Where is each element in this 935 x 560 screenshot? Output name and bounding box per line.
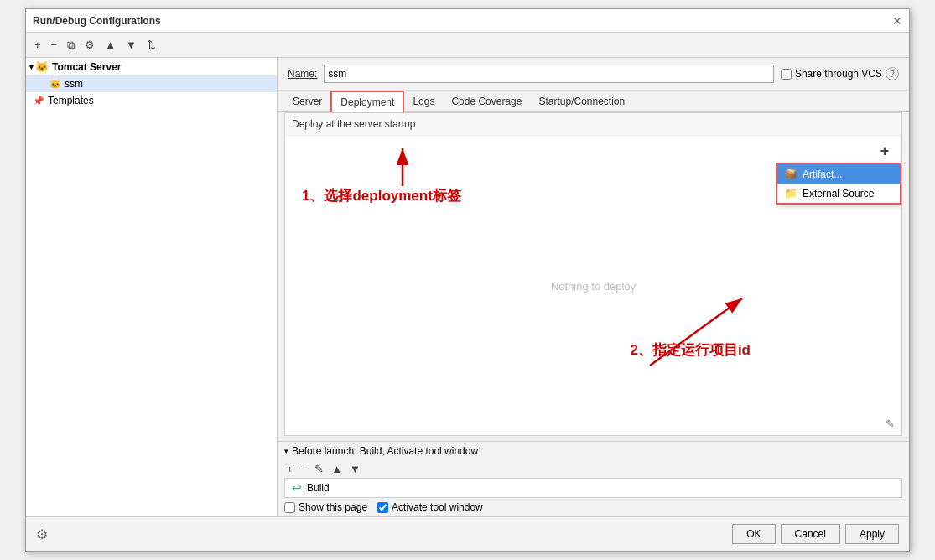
activate-checkbox[interactable] xyxy=(377,502,388,513)
sort-button[interactable]: ⇅ xyxy=(143,37,159,53)
build-label: Build xyxy=(307,482,330,494)
dialog-title: Run/Debug Configurations xyxy=(33,15,161,27)
sidebar-item-ssm[interactable]: 🐱 ssm xyxy=(26,75,277,92)
collapse-icon: ▾ xyxy=(284,447,288,455)
dropdown-popup: 📦 Artifact... 📁 External Source xyxy=(776,163,901,205)
show-page-checkbox[interactable] xyxy=(284,502,295,513)
tab-code-coverage[interactable]: Code Coverage xyxy=(443,91,530,111)
tab-server[interactable]: Server xyxy=(284,91,330,111)
main-toolbar: + − ⧉ ⚙ ▲ ▼ ⇅ xyxy=(26,33,909,58)
nothing-to-deploy-text: Nothing to deploy xyxy=(551,279,636,292)
before-launch-text: Before launch: Build, Activate tool wind… xyxy=(292,445,478,457)
tab-content: Deploy at the server startup + 📦 Artifac… xyxy=(284,112,902,436)
deploy-header: Deploy at the server startup xyxy=(285,113,901,136)
launch-remove-button[interactable]: − xyxy=(299,462,310,476)
ssm-icon: 🐱 xyxy=(49,79,61,90)
folder-icon: 📁 xyxy=(784,187,797,200)
external-source-label: External Source xyxy=(803,188,874,200)
annotation-text-2: 2、指定运行项目id xyxy=(630,340,751,360)
annotation-text-1: 1、选择deployment标签 xyxy=(302,186,461,205)
build-icon: ↩ xyxy=(292,481,302,495)
add-deploy-button[interactable]: + xyxy=(875,141,895,161)
templates-icon: 📌 xyxy=(33,96,44,106)
tabs-row: Server Deployment Logs Code Coverage Sta… xyxy=(278,91,909,112)
annotation-arrow-2-svg xyxy=(633,282,767,382)
before-launch-label: Before launch: Build, Activate tool wind… xyxy=(292,445,478,457)
sidebar-item-templates[interactable]: 📌 Templates xyxy=(26,92,277,109)
right-panel: Name: Share through VCS ? Server Deploym… xyxy=(278,58,909,516)
artifact-label: Artifact... xyxy=(803,169,842,180)
move-up-button[interactable]: ▲ xyxy=(101,37,119,53)
dropdown-external-source[interactable]: 📁 External Source xyxy=(777,184,900,203)
share-vcs-row: Share through VCS ? xyxy=(781,67,899,80)
settings-config-button[interactable]: ⚙ xyxy=(81,37,98,53)
artifact-icon: 📦 xyxy=(784,168,797,180)
ok-button[interactable]: OK xyxy=(732,524,775,544)
ssm-label: ssm xyxy=(65,78,83,90)
run-debug-dialog: Run/Debug Configurations ✕ + − ⧉ ⚙ ▲ ▼ ⇅… xyxy=(25,8,910,552)
sidebar: ▾ 🐱 Tomcat Server 🐱 ssm 📌 Templates xyxy=(26,58,278,516)
tab-startup-connection[interactable]: Startup/Connection xyxy=(530,91,633,111)
annotation-1 xyxy=(352,140,453,193)
edit-button[interactable]: ✎ xyxy=(886,417,895,430)
annotation-arrow-1-svg xyxy=(352,140,453,190)
share-vcs-label: Share through VCS xyxy=(795,68,882,80)
gear-icon[interactable]: ⚙ xyxy=(36,526,48,542)
close-button[interactable]: ✕ xyxy=(892,15,902,27)
templates-label: Templates xyxy=(48,95,94,106)
name-label: Name: xyxy=(288,68,317,80)
remove-config-button[interactable]: − xyxy=(48,37,61,53)
svg-line-3 xyxy=(650,298,742,366)
launch-down-button[interactable]: ▼ xyxy=(347,462,363,476)
name-row: Name: Share through VCS ? xyxy=(278,58,909,91)
main-content: ▾ 🐱 Tomcat Server 🐱 ssm 📌 Templates Name… xyxy=(26,58,909,516)
launch-edit-button[interactable]: ✎ xyxy=(312,462,326,476)
tomcat-icon: 🐱 xyxy=(35,60,49,73)
show-page-label: Show this page xyxy=(299,501,367,513)
launch-add-button[interactable]: + xyxy=(284,462,296,476)
apply-button[interactable]: Apply xyxy=(845,524,899,544)
tab-logs[interactable]: Logs xyxy=(404,91,443,111)
bottom-options: Show this page Activate tool window xyxy=(278,498,909,516)
tomcat-label: Tomcat Server xyxy=(52,61,121,73)
add-config-button[interactable]: + xyxy=(31,37,44,53)
activate-option: Activate tool window xyxy=(377,501,483,513)
cancel-button[interactable]: Cancel xyxy=(781,524,840,544)
activate-label: Activate tool window xyxy=(392,501,483,513)
tab-deployment[interactable]: Deployment xyxy=(330,91,404,112)
bottom-buttons: ⚙ OK Cancel Apply xyxy=(26,516,909,551)
copy-config-button[interactable]: ⧉ xyxy=(64,37,78,54)
build-row: ↩ Build xyxy=(284,478,902,498)
help-icon[interactable]: ? xyxy=(886,67,899,80)
launch-up-button[interactable]: ▲ xyxy=(329,462,345,476)
title-bar: Run/Debug Configurations ✕ xyxy=(26,9,909,33)
deploy-area: + 📦 Artifact... 📁 External Source Nothin… xyxy=(285,136,901,435)
before-launch-section: ▾ Before launch: Build, Activate tool wi… xyxy=(278,441,909,460)
dropdown-artifact[interactable]: 📦 Artifact... xyxy=(777,164,900,184)
tomcat-group[interactable]: ▾ 🐱 Tomcat Server xyxy=(26,58,277,75)
move-down-button[interactable]: ▼ xyxy=(122,37,140,53)
share-vcs-checkbox[interactable] xyxy=(781,69,792,80)
chevron-down-icon: ▾ xyxy=(29,63,34,71)
name-input[interactable] xyxy=(324,65,774,83)
show-page-option: Show this page xyxy=(284,501,367,513)
launch-toolbar: + − ✎ ▲ ▼ xyxy=(278,460,909,478)
annotation-2 xyxy=(633,282,767,385)
